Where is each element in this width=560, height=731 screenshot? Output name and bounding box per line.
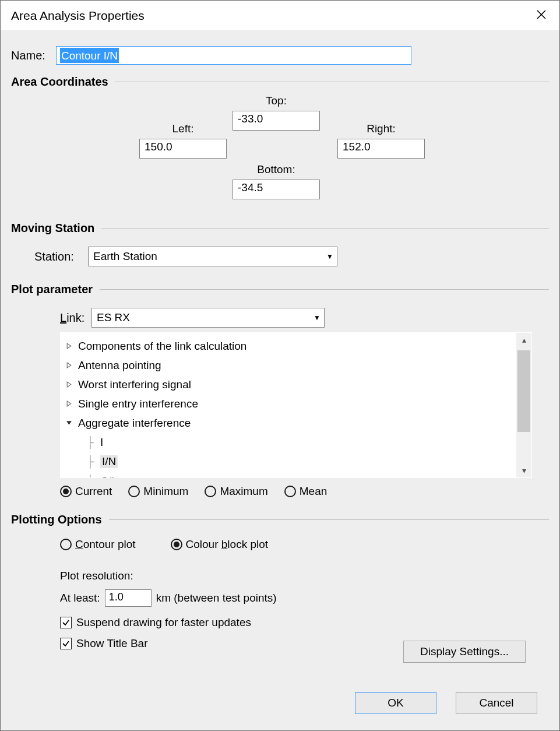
station-select[interactable]: Earth Station ▼ <box>88 247 337 266</box>
radio-icon <box>60 486 72 497</box>
plotting-options-group: Contour plot Colour block plot Plot reso… <box>60 538 549 650</box>
section-plotting-options: Plotting Options <box>11 513 549 526</box>
top-label: Top: <box>233 94 320 107</box>
bottom-input[interactable]: -34.5 <box>233 180 320 199</box>
link-label: Link: <box>60 311 91 325</box>
bottom-label: Bottom: <box>233 163 320 176</box>
section-plotting-options-label: Plotting Options <box>11 513 102 526</box>
tree-child[interactable]: ├ I <box>63 433 508 452</box>
tree-item[interactable]: Worst interfering signal <box>63 375 508 394</box>
expand-icon[interactable] <box>64 400 73 407</box>
tree-item[interactable]: Antenna pointing <box>63 356 508 375</box>
cancel-button[interactable]: Cancel <box>456 692 537 714</box>
tree-branch-icon: ├ <box>83 455 98 468</box>
right-value: 152.0 <box>343 140 371 153</box>
radio-icon <box>171 539 182 550</box>
divider <box>109 519 549 520</box>
tree-item-label: Components of the link calculation <box>78 340 246 353</box>
dialog-title: Area Analysis Properties <box>11 9 145 23</box>
atleast-label: At least: <box>60 592 100 605</box>
resolution-input[interactable]: 1.0 <box>105 589 152 607</box>
divider <box>100 289 549 290</box>
checkbox-label: Show Title Bar <box>76 637 148 650</box>
station-label: Station: <box>34 250 88 263</box>
section-plot-parameter: Plot parameter <box>11 283 549 296</box>
radio-icon <box>205 486 216 497</box>
radio-label: Contour plot <box>75 538 136 551</box>
parameter-tree[interactable]: Components of the link calculation Anten… <box>60 332 532 478</box>
button-label: Cancel <box>479 697 513 709</box>
scroll-thumb[interactable] <box>517 350 530 432</box>
chevron-down-icon: ▼ <box>326 252 333 261</box>
radio-mean[interactable]: Mean <box>284 485 327 498</box>
radio-label: Mean <box>300 485 327 498</box>
check-suspend-row: Suspend drawing for faster updates <box>60 616 549 629</box>
checkbox-show-title[interactable] <box>60 638 72 649</box>
scroll-down-icon[interactable]: ▾ <box>522 463 526 477</box>
scrollbar[interactable]: ▴ ▾ <box>516 333 531 477</box>
scroll-up-icon[interactable]: ▴ <box>522 333 526 347</box>
tree-child-label: I <box>100 436 103 449</box>
right-label: Right: <box>337 122 425 135</box>
resolution-row: At least: 1.0 km (between test points) <box>60 589 549 607</box>
left-value: 150.0 <box>145 140 172 153</box>
chevron-down-icon: ▼ <box>314 314 320 322</box>
plot-type-radio-group: Contour plot Colour block plot <box>60 538 549 551</box>
section-moving-station-label: Moving Station <box>11 222 94 235</box>
left-label: Left: <box>139 122 227 135</box>
radio-label: Maximum <box>220 485 267 498</box>
radio-icon <box>128 486 140 497</box>
titlebar: Area Analysis Properties <box>1 1 559 31</box>
tree-child[interactable]: ├ C/I <box>63 471 508 478</box>
left-input[interactable]: 150.0 <box>139 139 227 159</box>
divider <box>101 228 549 229</box>
ok-button[interactable]: OK <box>355 692 436 714</box>
tree-child-label: I/N <box>100 455 118 468</box>
name-input[interactable]: Contour I/N <box>56 46 411 65</box>
tree-item-label: Aggregate interference <box>78 417 191 430</box>
section-plot-parameter-label: Plot parameter <box>11 283 93 296</box>
plot-resolution-label: Plot resolution: <box>60 570 549 582</box>
section-moving-station: Moving Station <box>11 222 549 235</box>
tree-item-label: Single entry interference <box>78 398 198 410</box>
tree-branch-icon: ├ <box>83 475 98 479</box>
tree-item-label: Antenna pointing <box>78 359 161 372</box>
tree-child-selected[interactable]: ├ I/N <box>63 452 508 471</box>
tree-branch-icon: ├ <box>83 436 98 449</box>
checkbox-suspend[interactable] <box>60 617 72 628</box>
button-label: Display Settings... <box>420 645 509 658</box>
tree-item-label: Worst interfering signal <box>78 378 191 391</box>
link-value: ES RX <box>97 311 130 324</box>
tree-item[interactable]: Components of the link calculation <box>63 336 508 356</box>
expand-icon[interactable] <box>64 343 73 349</box>
link-select[interactable]: ES RX ▼ <box>91 308 325 328</box>
tree-item[interactable]: Single entry interference <box>63 394 508 413</box>
radio-maximum[interactable]: Maximum <box>205 485 267 498</box>
top-value: -33.0 <box>238 113 263 125</box>
radio-label: Colour block plot <box>186 538 269 551</box>
radio-icon <box>60 539 72 550</box>
checkbox-label: Suspend drawing for faster updates <box>76 616 251 629</box>
radio-contour-plot[interactable]: Contour plot <box>60 538 136 551</box>
resolution-unit-label: km (between test points) <box>156 592 277 605</box>
radio-current[interactable]: Current <box>60 485 112 498</box>
collapse-icon[interactable] <box>64 420 73 426</box>
top-input[interactable]: -33.0 <box>233 111 320 131</box>
expand-icon[interactable] <box>64 362 73 368</box>
radio-colour-block-plot[interactable]: Colour block plot <box>171 538 269 551</box>
right-input[interactable]: 152.0 <box>337 139 425 159</box>
station-value: Earth Station <box>93 250 157 263</box>
radio-minimum[interactable]: Minimum <box>128 485 188 498</box>
resolution-value: 1.0 <box>109 591 124 603</box>
display-settings-button[interactable]: Display Settings... <box>403 641 526 663</box>
tree-item-expanded[interactable]: Aggregate interference <box>63 413 508 433</box>
radio-label: Minimum <box>143 485 188 498</box>
expand-icon[interactable] <box>64 381 73 388</box>
divider <box>115 82 549 82</box>
radio-icon <box>284 486 296 497</box>
dialog-window: Area Analysis Properties Name: Contour I… <box>0 0 560 731</box>
section-area-coordinates: Area Coordinates <box>11 75 549 89</box>
dialog-body: Name: Contour I/N Area Coordinates Top: … <box>1 31 559 662</box>
close-icon[interactable] <box>534 7 549 24</box>
button-label: OK <box>388 697 403 709</box>
